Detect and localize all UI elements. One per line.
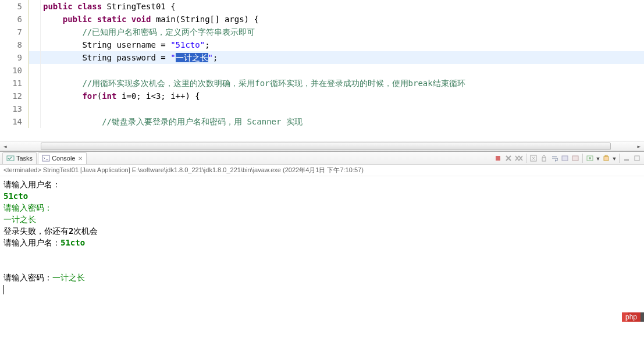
token: " [170, 53, 175, 62]
console-line: 请输入密码：一计之长 [3, 272, 641, 283]
code-content[interactable]: public static void main(String[] args) { [41, 13, 259, 26]
annotation-gutter [29, 64, 41, 77]
code-content[interactable] [41, 102, 43, 115]
annotation-gutter [29, 0, 41, 13]
close-icon[interactable]: ✕ [78, 155, 83, 162]
text-cursor [3, 285, 4, 294]
dropdown-arrow-icon[interactable]: ▾ [596, 154, 600, 163]
annotation-gutter [29, 13, 41, 26]
svg-rect-12 [635, 156, 639, 161]
scroll-thumb[interactable] [41, 143, 611, 150]
token: //已知用户名和密码，定义两个字符串表示即可 [82, 27, 255, 37]
console-input-line: 51cto [3, 190, 641, 202]
code-line[interactable]: 6 public static void main(String[] args)… [0, 13, 644, 26]
tab-tasks[interactable]: Tasks [2, 152, 37, 164]
token: class [77, 2, 107, 11]
token: //键盘录入要登录的用户名和密码，用 Scanner 实现 [102, 117, 303, 126]
code-content[interactable]: //用循环实现多次机会，这里的次数明确，采用for循环实现，并在登录成功的时候，… [41, 77, 465, 90]
token: ; [205, 40, 209, 49]
svg-point-8 [589, 157, 591, 159]
annotation-gutter [29, 77, 41, 90]
svg-rect-11 [624, 159, 629, 161]
scroll-right-arrow[interactable]: ► [634, 141, 644, 151]
code-content[interactable]: String password = "一计之长"; [41, 51, 218, 64]
line-number: 12 [0, 90, 29, 102]
code-content[interactable]: //已知用户名和密码，定义两个字符串表示即可 [41, 26, 255, 38]
watermark: php [622, 312, 641, 322]
show-console-button[interactable] [560, 154, 570, 163]
svg-rect-4 [542, 158, 546, 161]
code-content[interactable] [41, 64, 43, 77]
console-line: 请输入密码： [3, 202, 641, 214]
remove-all-button[interactable] [514, 154, 524, 163]
line-number: 10 [0, 64, 29, 77]
cursor-line [3, 283, 641, 295]
token: i=0; i<3; i++) { [122, 91, 200, 101]
clear-console-button[interactable] [529, 154, 538, 163]
annotation-gutter [29, 102, 41, 115]
token: String username = [43, 40, 170, 49]
tab-console[interactable]: Console ✕ [38, 152, 87, 164]
maximize-button[interactable] [632, 154, 642, 163]
line-number: 8 [0, 38, 29, 51]
token: ; [213, 53, 218, 62]
word-wrap-button[interactable] [550, 154, 559, 163]
open-console-button[interactable] [602, 154, 611, 163]
separator [619, 154, 620, 163]
line-number: 9 [0, 51, 29, 64]
token: ( [97, 91, 102, 101]
token: void [131, 15, 156, 24]
console-toolbar: ▾ ▾ [493, 152, 642, 165]
token: int [102, 91, 122, 101]
code-line[interactable]: 13 [0, 102, 644, 115]
console-line: 请输入用户名：51cto [3, 237, 641, 248]
annotation-gutter [29, 51, 41, 64]
console-line: 请输入用户名： [3, 179, 641, 190]
minimize-button[interactable] [622, 154, 631, 163]
console-icon [42, 154, 50, 162]
token: StringTest01 { [107, 2, 176, 11]
terminate-button[interactable] [493, 154, 503, 163]
svg-rect-5 [562, 156, 568, 161]
console-pane: Tasks Console ✕ ▾ ▾ <terminated> S [0, 151, 644, 338]
remove-launch-button[interactable] [504, 154, 513, 163]
code-content[interactable]: String username = "51cto"; [41, 38, 210, 51]
scroll-lock-button[interactable] [539, 154, 549, 163]
code-line[interactable]: 9 String password = "一计之长"; [0, 51, 644, 64]
code-line[interactable]: 14 //键盘录入要登录的用户名和密码，用 Scanner 实现 [0, 115, 644, 128]
code-line[interactable]: 5public class StringTest01 { [0, 0, 644, 13]
dropdown-arrow-icon[interactable]: ▾ [612, 154, 617, 163]
svg-rect-10 [605, 155, 607, 156]
line-number: 14 [0, 115, 29, 128]
token: //用循环实现多次机会，这里的次数明确，采用for循环实现，并在登录成功的时候，… [82, 79, 465, 88]
token [43, 27, 82, 37]
code-area[interactable]: 5public class StringTest01 {6 public sta… [0, 0, 644, 141]
code-content[interactable]: for(int i=0; i<3; i++) { [41, 90, 200, 102]
code-content[interactable]: //键盘录入要登录的用户名和密码，用 Scanner 实现 [41, 115, 303, 128]
console-input-line: 一计之长 [3, 214, 641, 225]
view-tabbar: Tasks Console ✕ ▾ ▾ [0, 152, 644, 165]
launch-info: <terminated> StringTest01 [Java Applicat… [0, 165, 644, 176]
tab-label: Console [52, 155, 75, 162]
code-line[interactable]: 8 String username = "51cto"; [0, 38, 644, 51]
separator [582, 154, 583, 163]
code-line[interactable]: 11 //用循环实现多次机会，这里的次数明确，采用for循环实现，并在登录成功的… [0, 77, 644, 90]
svg-rect-6 [572, 156, 578, 161]
display-selected-button[interactable] [585, 154, 595, 163]
annotation-gutter [29, 38, 41, 51]
scroll-left-arrow[interactable]: ◄ [0, 141, 10, 151]
code-line[interactable]: 7 //已知用户名和密码，定义两个字符串表示即可 [0, 26, 644, 38]
horizontal-scrollbar[interactable]: ◄ ► [0, 141, 644, 151]
code-line[interactable]: 12 for(int i=0; i<3; i++) { [0, 90, 644, 102]
svg-rect-2 [496, 156, 500, 161]
code-line[interactable]: 10 [0, 64, 644, 77]
editor-pane: 5public class StringTest01 {6 public sta… [0, 0, 644, 151]
blank-line [3, 260, 641, 272]
line-number: 5 [0, 0, 29, 13]
token: static [97, 15, 131, 24]
token [43, 117, 102, 126]
console-output[interactable]: 请输入用户名： 51cto 请输入密码： 一计之长 登录失败，你还有2次机会 请… [0, 176, 644, 338]
code-content[interactable]: public class StringTest01 { [41, 0, 176, 13]
pin-console-button[interactable] [571, 154, 580, 163]
svg-rect-1 [42, 155, 49, 161]
